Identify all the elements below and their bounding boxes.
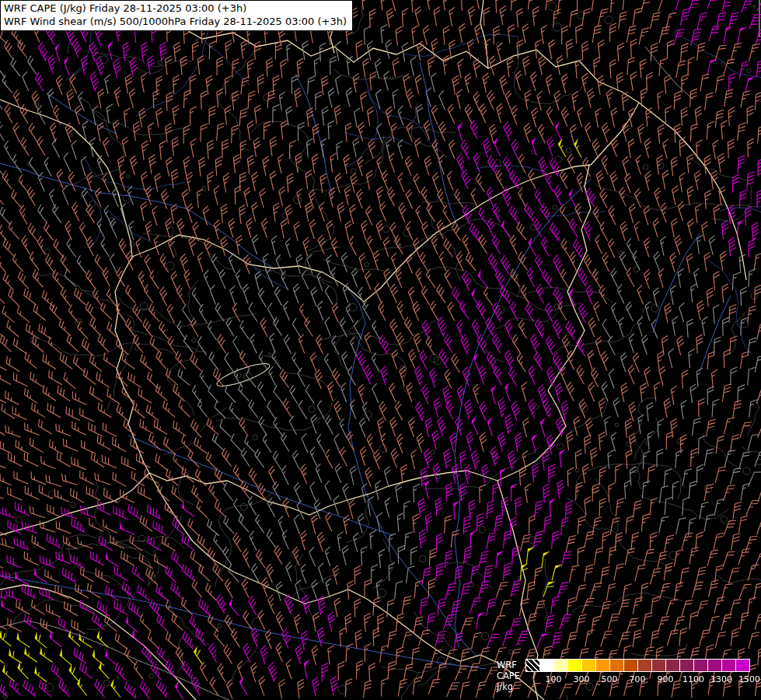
legend-swatch (581, 659, 596, 672)
legend-title: WRF CAPE J/kg (497, 659, 520, 692)
legend-title-unit: J/kg (497, 681, 520, 692)
legend-scale: 100300500700900110013001500 (525, 659, 750, 686)
legend-swatch (525, 659, 540, 672)
legend-swatch (665, 659, 680, 672)
weather-map-canvas (0, 0, 761, 700)
legend-tick-label: 300 (574, 674, 590, 684)
legend-tick-label: 100 (546, 674, 562, 684)
legend-swatch (595, 659, 610, 672)
title-line-cape: WRF CAPE (J/kg) Friday 28-11-2025 03:00 … (4, 2, 347, 16)
legend-tick-label: 1500 (738, 674, 760, 684)
cape-legend: WRF CAPE J/kg 10030050070090011001300150… (497, 659, 750, 692)
legend-swatch (609, 659, 624, 672)
legend-swatch (679, 659, 694, 672)
legend-swatch (707, 659, 722, 672)
legend-swatch (735, 659, 750, 672)
legend-swatch (637, 659, 652, 672)
legend-tick-label: 500 (602, 674, 618, 684)
legend-title-variable: CAPE (497, 670, 520, 681)
legend-swatch (539, 659, 554, 672)
legend-tick-label: 900 (658, 674, 674, 684)
map-title-box: WRF CAPE (J/kg) Friday 28-11-2025 03:00 … (0, 0, 353, 31)
legend-tick-label: 1100 (682, 674, 704, 684)
legend-swatch (623, 659, 638, 672)
legend-swatch (693, 659, 708, 672)
legend-swatch (567, 659, 582, 672)
legend-tick-label: 700 (630, 674, 646, 684)
legend-swatch (651, 659, 666, 672)
legend-tick-label: 1300 (710, 674, 732, 684)
legend-tick-labels: 100300500700900110013001500 (525, 674, 750, 686)
legend-swatch (553, 659, 568, 672)
weather-map-app: WRF CAPE (J/kg) Friday 28-11-2025 03:00 … (0, 0, 761, 700)
legend-swatches (525, 659, 750, 672)
legend-swatch (721, 659, 736, 672)
title-line-wind-shear: WRF Wind shear (m/s) 500/1000hPa Friday … (4, 16, 347, 29)
legend-title-model: WRF (497, 660, 520, 670)
